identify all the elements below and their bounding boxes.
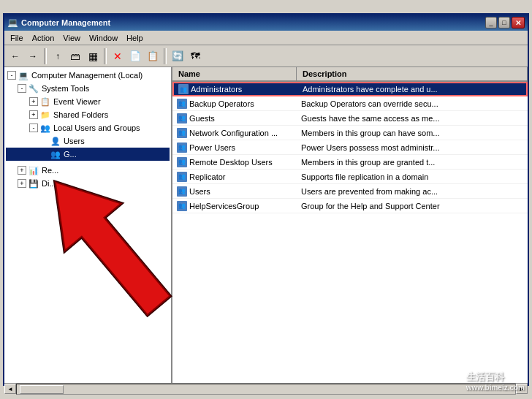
row-desc: Administrators have complete and u... (298, 84, 526, 94)
tree-label: Shared Folders (53, 110, 108, 119)
properties-button[interactable]: 🗃 (67, 48, 83, 64)
refresh-button[interactable]: 🔄 (170, 48, 186, 64)
tree-label: Di... (42, 179, 56, 188)
window-title: Computer Management (21, 18, 110, 27)
event-viewer-icon: 📋 (39, 96, 51, 107)
tree-item-disk[interactable]: + 💾 Di... (6, 177, 170, 190)
computer-icon: 💻 (18, 69, 29, 81)
menu-bar: File Action View Window Help (4, 31, 528, 45)
system-tools-icon: 🔧 (28, 83, 39, 94)
window-icon: 💻 (7, 18, 18, 28)
row-icon: 👥 (177, 128, 187, 138)
minimize-button[interactable]: _ (485, 17, 497, 28)
tree-item-users[interactable]: 👤 Users (6, 134, 170, 148)
list-row-replicator[interactable]: 👥 Replicator Supports file replication i… (172, 170, 528, 184)
watermark: 生活百科 www.bimeiz.com (466, 370, 525, 392)
row-icon: 👥 (177, 201, 187, 211)
up-button[interactable]: ↑ (50, 48, 66, 64)
tree-label: Users (64, 137, 85, 145)
row-icon: 👥 (177, 186, 187, 197)
toolbar: ← → ↑ 🗃 ▦ ✕ 📄 📋 🔄 🗺 (4, 45, 528, 67)
menu-view[interactable]: View (58, 32, 85, 44)
tree-item-computer-management[interactable]: - 💻 Computer Management (Local) (6, 69, 170, 82)
tree-item-local-users[interactable]: - 👥 Local Users and Groups (6, 121, 170, 134)
list-row-backup-operators[interactable]: 👥 Backup Operators Backup Operators can … (172, 96, 528, 111)
close-button[interactable]: ✕ (512, 17, 525, 28)
row-name: Remote Desktop Users (189, 158, 273, 167)
shared-folders-icon: 📁 (39, 109, 51, 121)
list-row-administrators[interactable]: 👥 Administrators Administrators have com… (172, 82, 528, 96)
list-row-users[interactable]: 👥 Users Users are prevented from making … (172, 184, 528, 199)
row-name: Administrators (191, 85, 242, 94)
menu-window[interactable]: Window (85, 32, 122, 44)
watermark-line1: 生活百科 (466, 370, 525, 384)
tree-item-groups[interactable]: 👥 G... (6, 148, 170, 161)
row-desc: Members in this group can have som... (297, 128, 528, 138)
row-desc: Guests have the same access as me... (297, 113, 528, 123)
row-name: Power Users (189, 143, 235, 152)
main-content: - 💻 Computer Management (Local) - 🔧 Syst… (4, 67, 528, 383)
menu-file[interactable]: File (6, 32, 28, 44)
menu-help[interactable]: Help (122, 32, 148, 44)
row-icon: 👥 (177, 99, 187, 109)
export-button[interactable]: 🗺 (187, 48, 203, 64)
tree-label: Computer Management (Local) (31, 71, 142, 80)
row-desc: Supports file replication in a domain (297, 172, 528, 182)
tree-label: Re... (42, 166, 58, 175)
list-header: Name Description (172, 67, 528, 82)
tree-item-event-viewer[interactable]: + 📋 Event Viewer (6, 95, 170, 108)
row-desc: Power Users possess most administr... (297, 142, 528, 153)
view-toggle-button[interactable]: ▦ (85, 48, 101, 64)
reliability-icon: 📊 (28, 164, 39, 176)
tree-label: System Tools (42, 84, 89, 93)
groups-icon: 👥 (50, 148, 61, 160)
maximize-button[interactable]: □ (498, 17, 510, 28)
menu-action[interactable]: Action (28, 32, 59, 44)
tree-item-reliability[interactable]: + 📊 Re... (6, 164, 170, 177)
copy-button[interactable]: 📄 (127, 48, 143, 64)
list-row-guests[interactable]: 👥 Guests Guests have the same access as … (172, 111, 528, 126)
disk-icon: 💾 (28, 178, 39, 189)
watermark-line2: www.bimeiz.com (466, 384, 525, 392)
row-desc: Members in this group are granted t... (297, 157, 528, 167)
row-desc: Group for the Help and Support Center (297, 201, 528, 211)
scroll-left-button[interactable]: ◄ (4, 384, 16, 394)
users-icon: 👤 (50, 135, 61, 147)
tree-item-system-tools[interactable]: - 🔧 System Tools (6, 82, 170, 95)
list-row-help-services[interactable]: 👥 HelpServicesGroup Group for the Help a… (172, 199, 528, 213)
row-icon: 👥 (177, 113, 187, 123)
tree-label: G... (64, 150, 77, 159)
col-header-description[interactable]: Description (297, 67, 528, 80)
row-icon: 👥 (178, 84, 189, 94)
list-row-network-config[interactable]: 👥 Network Configuration ... Members in t… (172, 126, 528, 140)
scroll-thumb[interactable] (20, 385, 64, 394)
row-name: Network Configuration ... (189, 129, 278, 137)
row-desc: Users are prevented from making ac... (297, 186, 528, 197)
row-name: Backup Operators (189, 99, 254, 108)
col-header-name[interactable]: Name (172, 67, 297, 80)
delete-button[interactable]: ✕ (110, 48, 126, 64)
row-name: Guests (189, 114, 215, 123)
window: 💻 Computer Management _ □ ✕ File Action … (3, 13, 529, 386)
row-icon: 👥 (177, 142, 187, 153)
scrollbar[interactable] (16, 384, 516, 395)
list-row-power-users[interactable]: 👥 Power Users Power Users possess most a… (172, 140, 528, 155)
row-name: Replicator (189, 172, 226, 181)
row-icon: 👥 (177, 157, 187, 167)
row-name: HelpServicesGroup (189, 202, 259, 210)
list-panel: Name Description 👥 Administrators Admini… (172, 67, 528, 383)
tree-panel: - 💻 Computer Management (Local) - 🔧 Syst… (4, 67, 172, 383)
title-bar: 💻 Computer Management _ □ ✕ (4, 15, 528, 31)
forward-button[interactable]: → (25, 48, 41, 64)
local-users-icon: 👥 (39, 122, 51, 134)
back-button[interactable]: ← (7, 48, 23, 64)
row-name: Users (189, 187, 210, 196)
row-icon: 👥 (177, 172, 187, 182)
tree-label: Local Users and Groups (53, 123, 140, 132)
tree-label: Event Viewer (53, 97, 101, 106)
tree-item-shared-folders[interactable]: + 📁 Shared Folders (6, 108, 170, 121)
row-desc: Backup Operators can override secu... (297, 99, 528, 109)
scrollbar-area: ◄ ► (4, 383, 528, 395)
list-row-remote-desktop[interactable]: 👥 Remote Desktop Users Members in this g… (172, 155, 528, 170)
paste-button[interactable]: 📋 (145, 48, 161, 64)
